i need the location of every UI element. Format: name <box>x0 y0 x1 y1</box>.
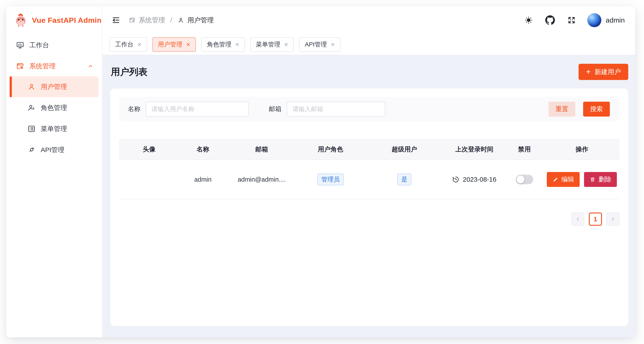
pencil-icon <box>552 177 558 182</box>
system-window-icon <box>129 17 136 24</box>
column-header-disabled: 禁用 <box>504 145 544 154</box>
sidebar-item-label: 角色管理 <box>41 103 67 112</box>
sidebar-item-role-management[interactable]: 角色管理 <box>10 97 98 118</box>
api-plug-icon <box>27 146 36 154</box>
search-button[interactable]: 搜索 <box>583 102 610 117</box>
last-login-value: 2023-08-16 <box>463 176 496 183</box>
collapse-sidebar-icon[interactable] <box>110 14 122 27</box>
chevron-left-icon <box>575 216 581 222</box>
tab-label: 菜单管理 <box>256 40 280 49</box>
column-header-last-login: 上次登录时间 <box>444 145 504 154</box>
name-cell: admin <box>179 176 226 183</box>
tab-menu-management[interactable]: 菜单管理 × <box>250 37 294 52</box>
sidebar-menu: 工作台 系统管理 <box>6 34 102 160</box>
tabbar: 工作台 × 用户管理 × 角色管理 × 菜单管理 × API管理 × <box>102 34 635 55</box>
user-menu[interactable]: admin <box>587 13 625 27</box>
tab-workbench[interactable]: 工作台 × <box>110 37 147 52</box>
close-icon[interactable]: × <box>186 41 190 48</box>
page: Vue FastAPI Admin 工作台 <box>0 0 644 344</box>
breadcrumb-item-user[interactable]: 用户管理 <box>177 16 214 25</box>
delete-button[interactable]: 删除 <box>584 172 617 187</box>
chevron-right-icon <box>610 216 616 222</box>
sidebar-item-label: 菜单管理 <box>41 124 67 133</box>
chevron-up-icon <box>88 63 93 69</box>
tab-label: 用户管理 <box>158 40 182 49</box>
sidebar-item-label: 工作台 <box>29 41 49 50</box>
column-header-superuser: 超级用户 <box>364 145 444 154</box>
topbar: 系统管理 / 用户管理 <box>102 6 635 34</box>
breadcrumb-item-system[interactable]: 系统管理 <box>129 16 165 25</box>
sidebar-item-user-management[interactable]: 用户管理 <box>10 76 98 97</box>
column-header-actions: 操作 <box>544 145 620 154</box>
new-user-button[interactable]: + 新建用户 <box>578 64 628 80</box>
disabled-toggle[interactable] <box>516 175 533 184</box>
avatar <box>587 13 601 27</box>
close-icon[interactable]: × <box>138 41 142 48</box>
app-window: Vue FastAPI Admin 工作台 <box>6 6 635 337</box>
edit-button[interactable]: 编辑 <box>547 172 580 187</box>
page-header: 用户列表 + 新建用户 <box>102 55 635 89</box>
tab-label: 工作台 <box>115 40 134 49</box>
main-area: 用户列表 + 新建用户 名称 邮箱 重置 搜索 <box>102 55 635 337</box>
close-icon[interactable]: × <box>284 41 288 48</box>
content-card: 名称 邮箱 重置 搜索 头像 名称 邮箱 用 <box>110 89 628 326</box>
trash-icon <box>590 177 596 182</box>
topbar-right: admin <box>523 13 625 27</box>
breadcrumb-separator: / <box>169 17 173 24</box>
page-title: 用户列表 <box>111 66 148 78</box>
monitor-icon <box>16 41 24 50</box>
sidebar-item-label: API管理 <box>41 146 64 154</box>
sidebar-item-workbench[interactable]: 工作台 <box>10 36 98 54</box>
superuser-cell: 是 <box>364 174 444 185</box>
filter-bar: 名称 邮箱 重置 搜索 <box>119 97 620 121</box>
superuser-badge: 是 <box>397 174 411 185</box>
username: admin <box>606 16 625 24</box>
sidebar-item-api-management[interactable]: API管理 <box>10 139 98 160</box>
email-cell: admin@admin.... <box>226 176 296 183</box>
system-window-icon <box>16 62 24 71</box>
close-icon[interactable]: × <box>331 41 335 48</box>
role-icon <box>27 103 36 112</box>
column-header-name: 名称 <box>179 145 226 154</box>
theme-sun-icon[interactable] <box>523 15 534 26</box>
next-page-button[interactable] <box>606 213 620 226</box>
role-cell: 管理员 <box>297 174 364 185</box>
tab-label: API管理 <box>305 40 327 49</box>
delete-label: 删除 <box>598 175 611 184</box>
disabled-cell <box>504 175 544 184</box>
prev-page-button[interactable] <box>571 213 584 226</box>
plus-icon: + <box>586 68 590 76</box>
table-header-row: 头像 名称 邮箱 用户角色 超级用户 上次登录时间 禁用 操作 <box>119 139 620 160</box>
reset-button[interactable]: 重置 <box>548 102 575 117</box>
tab-label: 角色管理 <box>207 40 232 49</box>
edit-label: 编辑 <box>561 175 574 184</box>
user-icon <box>177 17 184 24</box>
sidebar-item-system[interactable]: 系统管理 <box>10 57 98 75</box>
name-filter-input[interactable] <box>146 102 249 117</box>
tab-role-management[interactable]: 角色管理 × <box>201 37 245 52</box>
tab-user-management[interactable]: 用户管理 × <box>152 37 196 52</box>
page-number-1[interactable]: 1 <box>589 213 602 226</box>
column-header-role: 用户角色 <box>297 145 364 154</box>
column-header-email: 邮箱 <box>226 145 296 154</box>
fullscreen-icon[interactable] <box>566 15 577 26</box>
sidebar-item-menu-management[interactable]: 菜单管理 <box>10 118 98 139</box>
content-column: 系统管理 / 用户管理 <box>102 6 635 337</box>
actions-cell: 编辑 删除 <box>544 172 620 187</box>
logo[interactable]: Vue FastAPI Admin <box>6 6 102 34</box>
sidebar-item-label: 系统管理 <box>29 62 56 71</box>
chick-logo-icon <box>14 13 28 27</box>
app-title: Vue FastAPI Admin <box>32 16 102 25</box>
column-header-avatar: 头像 <box>119 145 179 154</box>
sidebar-item-label: 用户管理 <box>41 82 67 91</box>
github-icon[interactable] <box>544 15 556 26</box>
user-table: 头像 名称 邮箱 用户角色 超级用户 上次登录时间 禁用 操作 admin <box>119 139 620 199</box>
email-filter-input[interactable] <box>287 102 385 117</box>
user-icon <box>27 82 36 91</box>
tab-api-management[interactable]: API管理 × <box>299 37 340 52</box>
email-filter-label: 邮箱 <box>269 105 282 114</box>
table-row: admin admin@admin.... 管理员 是 <box>119 160 620 199</box>
name-filter-label: 名称 <box>128 105 140 114</box>
close-icon[interactable]: × <box>235 41 239 48</box>
breadcrumb: 系统管理 / 用户管理 <box>129 16 214 25</box>
